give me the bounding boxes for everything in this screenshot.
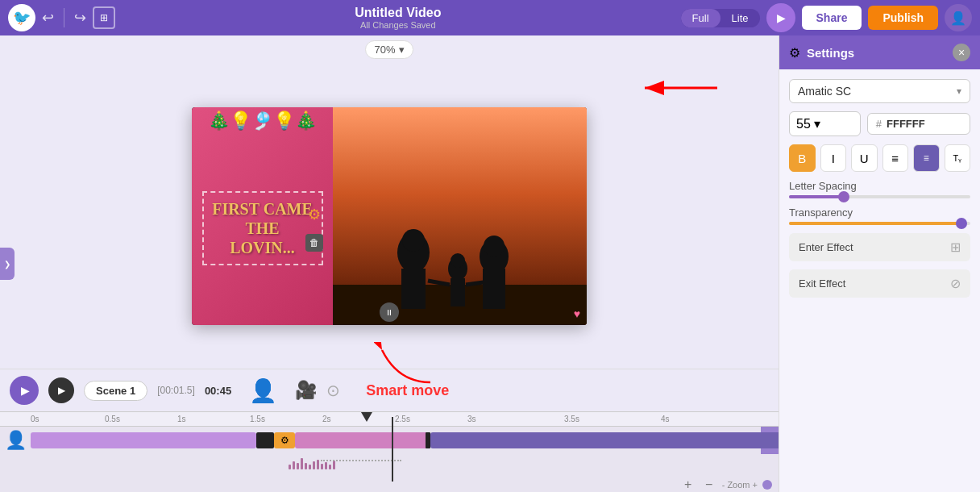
svg-rect-11 [451, 278, 465, 306]
transparency-thumb[interactable] [956, 218, 967, 229]
svg-point-9 [484, 236, 505, 256]
settings-close-button[interactable]: × [953, 44, 970, 61]
track-bar-3[interactable]: ⚙ [274, 432, 295, 448]
list-button[interactable]: ≡ [882, 144, 909, 172]
timeline-add-button[interactable]: + [680, 477, 696, 492]
bold-button[interactable]: B [789, 144, 816, 172]
settings-body: Amatic SC ▾ 55 ▾ # FFFFFF B I U ≡ [779, 69, 980, 492]
canvas-wrapper: 🎄💡🎐💡🎄 FIRST CAME THE LOVIN... ⚙ 🗑 [0, 64, 779, 369]
exit-effect-label: Exit Effect [799, 277, 845, 290]
track-bar-1[interactable] [31, 432, 256, 448]
topbar: 🐦 ↩ ↩ ⊞ Untitled Video All Changes Saved… [0, 0, 980, 35]
timeline-avatar[interactable]: 👤 [0, 430, 31, 451]
settings-header: ⚙ Settings × [779, 35, 980, 69]
scene-controls: ▶ ▶ Scene 1 [00:01.5] 00:45 👤 🎥 ⊙ [0, 369, 779, 411]
enter-effect-icon: ⊞ [950, 240, 961, 255]
topbar-center: Untitled Video All Changes Saved [122, 6, 675, 30]
color-picker[interactable]: # FFFFFF [867, 113, 970, 135]
canvas-heart-icon: ♥ [574, 307, 580, 320]
timeline-remove-button[interactable]: − [701, 477, 717, 492]
scene-left-panel: 🎄💡🎐💡🎄 FIRST CAME THE LOVIN... ⚙ 🗑 [192, 107, 333, 325]
settings-icon[interactable]: ⊙ [326, 381, 340, 400]
preview-play-button[interactable]: ▶ [766, 3, 795, 32]
undo-button[interactable]: ↩ [42, 9, 54, 27]
letter-spacing-label: Letter Spacing [789, 180, 970, 192]
publish-button[interactable]: Publish [868, 6, 938, 30]
dotted-line [321, 460, 401, 466]
timeline-wave-track [31, 457, 761, 473]
scene-label[interactable]: Scene 1 [84, 381, 147, 401]
transparency-label: Transparency [789, 206, 970, 219]
enter-effect-label: Enter Effect [799, 241, 853, 253]
video-text-line3: LOVIN... [212, 238, 314, 257]
redo-button[interactable]: ↩ [74, 9, 86, 27]
element-gear-icon[interactable]: ⚙ [308, 206, 321, 223]
font-dropdown-arrow-icon: ▾ [957, 85, 961, 97]
track-bar-2[interactable] [256, 432, 274, 448]
main-play-button[interactable]: ▶ [10, 376, 39, 405]
font-name: Amatic SC [798, 85, 952, 98]
font-selector[interactable]: Amatic SC ▾ [789, 79, 970, 103]
enter-effect-row[interactable]: Enter Effect ⊞ [789, 233, 970, 261]
settings-title: Settings [807, 46, 946, 60]
zoom-value: 70% [374, 44, 395, 56]
timeline-tracks: ⚙ [31, 432, 761, 449]
lights-decoration: 🎄💡🎐💡🎄 [192, 110, 333, 131]
camera-icon[interactable]: 🎥 [295, 380, 317, 401]
main-area: ❯ 70% ▾ [0, 35, 980, 492]
text-box-container[interactable]: FIRST CAME THE LOVIN... [202, 191, 323, 265]
character-avatar[interactable]: 👤 [249, 377, 277, 404]
letter-spacing-thumb[interactable] [838, 191, 849, 202]
format-buttons-row: B I U ≡ ≡ Tᵧ [789, 144, 970, 172]
track-bar-5[interactable] [430, 432, 779, 448]
logo[interactable]: 🐦 [8, 4, 35, 31]
zoom-dot[interactable] [762, 480, 772, 490]
smart-move-annotation: Smart move [366, 382, 449, 399]
scene-duration: 00:45 [205, 385, 231, 397]
zoom-arrow-icon: ▾ [399, 44, 405, 56]
svg-point-12 [451, 253, 465, 268]
user-avatar[interactable]: 👤 [945, 4, 972, 31]
italic-button[interactable]: I [820, 144, 847, 172]
track-bar-4[interactable] [295, 432, 428, 448]
timeline-ruler: 0s 0.5s 1s 1.5s 2s 2.5s 3s 3.5s 4s [0, 412, 779, 427]
color-value: FFFFFF [887, 118, 925, 130]
typography-button[interactable]: Tᵧ [945, 144, 971, 172]
collapse-sidebar-button[interactable]: ❯ [0, 248, 15, 280]
layout-button[interactable]: ⊞ [93, 6, 115, 29]
zoom-label: - Zoom + [722, 480, 758, 490]
element-delete-icon[interactable]: 🗑 [305, 234, 323, 252]
align-button[interactable]: ≡ [913, 144, 940, 172]
transparency-slider[interactable] [789, 222, 970, 225]
zoom-control[interactable]: 70% ▾ [365, 40, 413, 59]
canvas-play-icon[interactable]: ⏸ [380, 302, 399, 322]
full-mode-button[interactable]: Full [681, 9, 720, 27]
share-button[interactable]: Share [802, 6, 862, 30]
scene-play-button[interactable]: ▶ [48, 377, 74, 403]
playhead-arrow [361, 412, 372, 422]
video-canvas[interactable]: 🎄💡🎐💡🎄 FIRST CAME THE LOVIN... ⚙ 🗑 [192, 107, 587, 325]
font-size-selector[interactable]: 55 ▾ [789, 111, 861, 136]
canvas-area: ❯ 70% ▾ [0, 35, 779, 492]
video-text-line1: FIRST CAME [212, 199, 314, 219]
video-text-line2: THE [212, 219, 314, 238]
letter-spacing-slider[interactable] [789, 195, 970, 198]
settings-panel: ⚙ Settings × Amatic SC ▾ 55 ▾ # FFFFFF [779, 35, 980, 492]
exit-effect-row[interactable]: Exit Effect ⊘ [789, 269, 970, 298]
save-status: All Changes Saved [360, 20, 436, 30]
scene-right-panel [333, 107, 587, 325]
timeline-zoom-controls: + − - Zoom + [0, 475, 779, 492]
project-title: Untitled Video [355, 6, 441, 20]
font-size-arrow-icon: ▾ [814, 116, 820, 131]
svg-point-6 [402, 229, 425, 252]
silhouette-svg [333, 107, 587, 325]
underline-button[interactable]: U [851, 144, 878, 172]
transparency-fill [789, 222, 961, 225]
video-text-box[interactable]: FIRST CAME THE LOVIN... [202, 191, 323, 265]
scene-timecode: [00:01.5] [157, 385, 195, 396]
svg-line-14 [466, 282, 484, 285]
lite-mode-button[interactable]: Lite [720, 9, 760, 27]
timeline: 0s 0.5s 1s 1.5s 2s 2.5s 3s 3.5s 4s 👤 [0, 411, 779, 492]
color-hash: # [876, 118, 882, 130]
exit-effect-icon: ⊘ [950, 276, 961, 291]
